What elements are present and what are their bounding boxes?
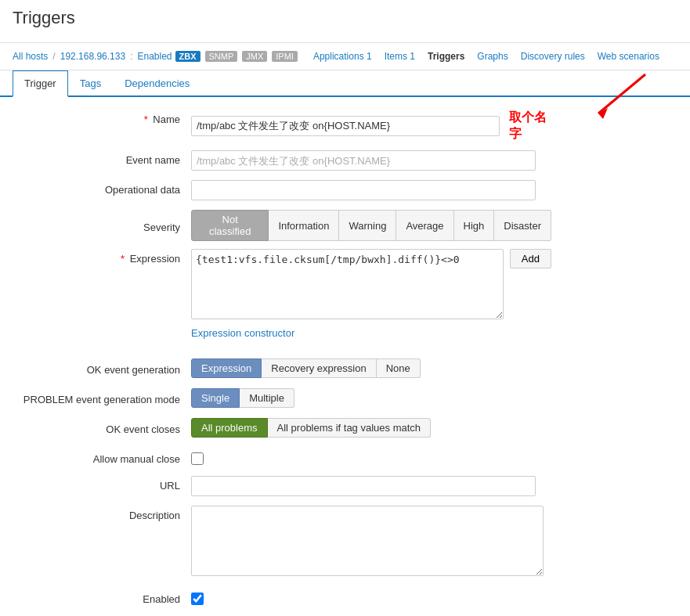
description-textarea[interactable] xyxy=(191,506,544,576)
badge-jmx[interactable]: JMX xyxy=(242,51,267,62)
host-status: Enabled xyxy=(137,51,172,62)
allow-manual-close-label: Allow manual close xyxy=(19,449,191,465)
problem-event-group: Single Multiple xyxy=(191,388,551,408)
ok-event-closes-label: OK event closes xyxy=(19,420,191,435)
severity-group: Not classified Information Warning Avera… xyxy=(191,210,551,241)
ok-event-generation-group: Expression Recovery expression None xyxy=(191,358,551,378)
nav-web-scenarios[interactable]: Web scenarios xyxy=(591,48,666,65)
ok-event-closes-group: All problems All problems if tag values … xyxy=(191,418,551,438)
breadcrumb-all-hosts[interactable]: All hosts xyxy=(13,51,48,62)
allow-manual-close-checkbox[interactable] xyxy=(191,452,204,465)
ok-event-all-problems[interactable]: All problems xyxy=(191,418,268,438)
url-input[interactable] xyxy=(191,476,536,496)
description-label: Description xyxy=(19,506,191,521)
ok-event-none[interactable]: None xyxy=(377,358,421,378)
expression-label: * Expression xyxy=(19,249,191,265)
badge-ipmi[interactable]: IPMI xyxy=(272,51,298,62)
add-expression-button[interactable]: Add xyxy=(510,249,551,268)
ok-event-tag-match[interactable]: All problems if tag values match xyxy=(268,418,432,438)
operational-data-input[interactable] xyxy=(191,180,536,200)
enabled-label: Enabled xyxy=(19,589,191,605)
required-star-expr: * xyxy=(121,253,125,265)
problem-event-multiple[interactable]: Multiple xyxy=(240,388,294,408)
severity-high[interactable]: High xyxy=(454,210,495,241)
url-label: URL xyxy=(19,476,191,492)
severity-average[interactable]: Average xyxy=(396,210,453,241)
name-label: * Name xyxy=(19,110,191,125)
badge-snmp[interactable]: SNMP xyxy=(205,51,238,62)
nav-discovery-rules[interactable]: Discovery rules xyxy=(515,48,591,65)
tab-tags[interactable]: Tags xyxy=(68,70,113,97)
required-star-name: * xyxy=(144,113,148,125)
breadcrumb-host-ip[interactable]: 192.168.96.133 xyxy=(60,51,125,62)
expression-constructor-link[interactable]: Expression constructor xyxy=(191,327,294,339)
nav-applications[interactable]: Applications 1 xyxy=(307,48,378,65)
ok-event-expression[interactable]: Expression xyxy=(191,358,262,378)
event-name-input[interactable] xyxy=(191,150,536,171)
severity-disaster[interactable]: Disaster xyxy=(494,210,551,241)
breadcrumb-separator-1: / xyxy=(52,51,55,62)
nav-items[interactable]: Items 1 xyxy=(378,48,421,65)
nav-separator-2: : xyxy=(130,51,132,62)
tab-trigger[interactable]: Trigger xyxy=(13,70,68,97)
severity-warning[interactable]: Warning xyxy=(339,210,396,241)
badge-zbx[interactable]: ZBX xyxy=(175,51,200,62)
red-arrow-icon xyxy=(583,70,653,125)
enabled-checkbox[interactable] xyxy=(191,593,204,605)
svg-line-0 xyxy=(598,74,645,113)
nav-graphs[interactable]: Graphs xyxy=(471,48,514,65)
problem-event-label: PROBLEM event generation mode xyxy=(19,390,191,405)
severity-not-classified[interactable]: Not classified xyxy=(191,210,269,241)
tab-dependencies[interactable]: Dependencies xyxy=(113,70,201,97)
severity-label: Severity xyxy=(19,218,191,233)
event-name-label: Event name xyxy=(19,150,191,166)
expression-textarea[interactable]: {test1:vfs.file.cksum[/tmp/bwxh].diff()}… xyxy=(191,249,504,319)
ok-event-generation-label: OK event generation xyxy=(19,360,191,376)
nav-triggers[interactable]: Triggers xyxy=(421,48,471,65)
problem-event-single[interactable]: Single xyxy=(191,388,240,408)
operational-data-label: Operational data xyxy=(19,180,191,196)
expression-wrap: {test1:vfs.file.cksum[/tmp/bwxh].diff()}… xyxy=(191,249,551,319)
severity-information[interactable]: Information xyxy=(269,210,339,241)
name-input[interactable] xyxy=(191,116,500,136)
page-title: Triggers xyxy=(13,8,677,28)
name-annotation: 取个名字 xyxy=(509,110,551,142)
ok-event-recovery[interactable]: Recovery expression xyxy=(262,358,376,378)
